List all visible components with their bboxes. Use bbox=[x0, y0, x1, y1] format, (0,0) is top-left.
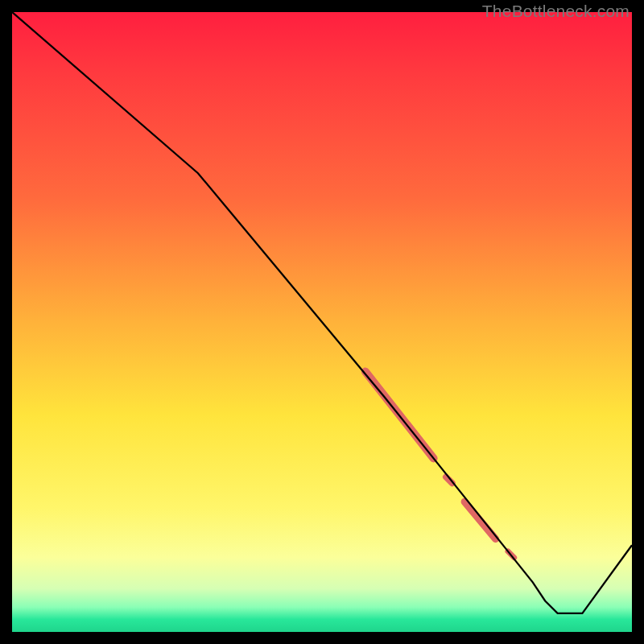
marker-segment bbox=[464, 502, 496, 539]
highlight-markers bbox=[365, 372, 514, 558]
curve-line bbox=[12, 12, 632, 613]
chart-frame: TheBottleneck.com bbox=[0, 0, 644, 644]
chart-overlay bbox=[12, 12, 632, 632]
watermark-text: TheBottleneck.com bbox=[482, 2, 630, 21]
chart-plot-area bbox=[12, 12, 632, 632]
